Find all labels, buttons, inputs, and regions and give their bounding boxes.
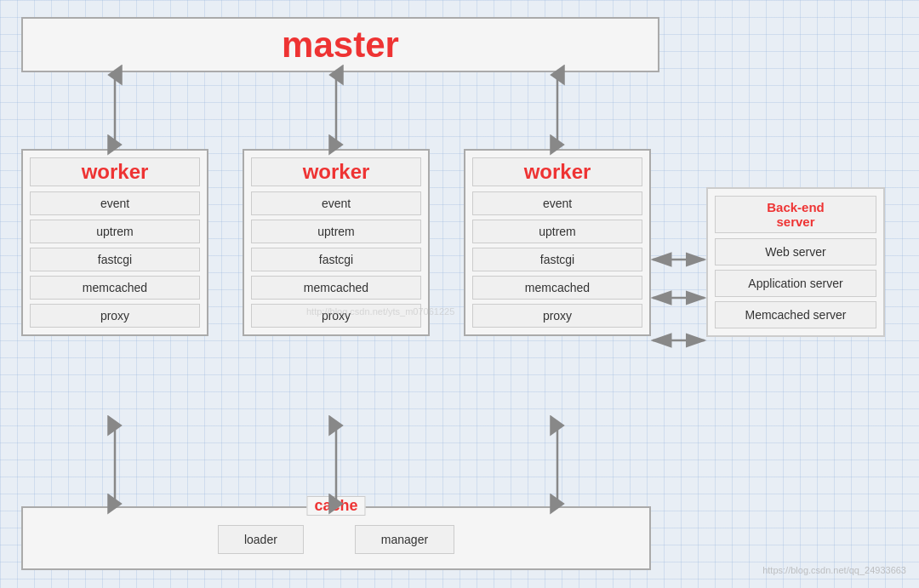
worker3-module-uptrem: uptrem	[472, 220, 642, 243]
application-server-box: Application server	[715, 270, 876, 297]
master-box: master	[21, 17, 659, 72]
worker1-label: worker	[30, 157, 200, 186]
worker1-module-event: event	[30, 191, 200, 215]
worker2-module-fastcgi: fastcgi	[251, 248, 421, 271]
backend-label: Back-endserver	[715, 196, 876, 233]
watermark-center: http://blog.csdn.net/yts_m07061225	[306, 306, 454, 317]
worker1-module-fastcgi: fastcgi	[30, 248, 200, 271]
worker2-module-uptrem: uptrem	[251, 220, 421, 243]
worker2-label: worker	[251, 157, 421, 186]
worker1-module-proxy: proxy	[30, 304, 200, 328]
cache-items: loader manager	[36, 525, 636, 554]
web-server-box: Web server	[715, 238, 876, 265]
backend-server-box: Back-endserver Web server Application se…	[706, 187, 885, 337]
manager-box: manager	[355, 525, 454, 554]
memcached-server-box: Memcached server	[715, 301, 876, 328]
worker1-box: worker event uptrem fastcgi memcached pr…	[21, 149, 208, 336]
loader-box: loader	[218, 525, 304, 554]
diagram-container: master worker event uptrem fastcgi memca…	[9, 9, 910, 579]
worker3-module-memcached: memcached	[472, 276, 642, 300]
master-label: master	[282, 25, 399, 66]
worker1-module-uptrem: uptrem	[30, 220, 200, 243]
worker1-module-memcached: memcached	[30, 276, 200, 300]
worker3-module-fastcgi: fastcgi	[472, 248, 642, 271]
worker3-label: worker	[472, 157, 642, 186]
cache-label: cache	[306, 496, 365, 516]
worker3-box: worker event uptrem fastcgi memcached pr…	[464, 149, 651, 336]
worker3-module-event: event	[472, 191, 642, 215]
watermark-bottom: https://blog.csdn.net/qq_24933663	[762, 565, 906, 575]
worker2-module-event: event	[251, 191, 421, 215]
cache-box: cache loader manager	[21, 506, 651, 570]
worker2-module-memcached: memcached	[251, 276, 421, 300]
worker3-module-proxy: proxy	[472, 304, 642, 328]
